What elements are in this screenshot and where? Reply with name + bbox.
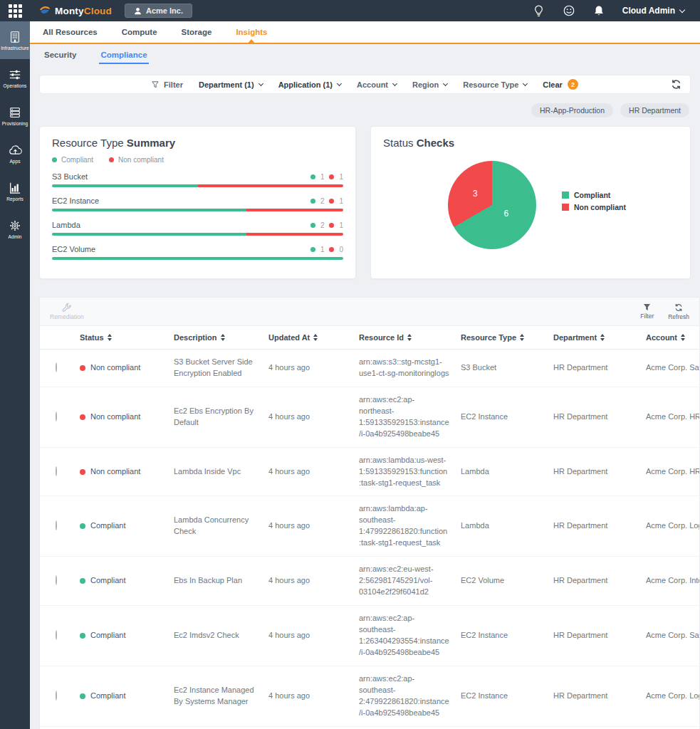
table-row[interactable]: Compliant Ec2 Imdsv2 Check 4 hours ago a… [40,606,700,666]
noncompliant-dot [329,223,334,228]
subtab-compliance[interactable]: Compliance [99,46,148,64]
pie-legend: Compliant Non compliant [562,191,626,211]
sidebar-item-infrastructure[interactable]: Infrastructure [0,21,30,59]
user-menu[interactable]: Cloud Admin [622,6,684,16]
row-radio-button[interactable] [56,466,57,476]
tag-hr-department[interactable]: HR Department [620,103,689,117]
table-row[interactable]: Compliant Ec2 Instance Managed By System… [40,666,700,727]
description-cell: S3 Bucket Server Side Encryption Enabled [168,350,263,387]
resource-id-cell: arn:aws:s3::stg-mcstg1-use1-ct-sg-monito… [353,350,455,387]
sidebar-item-apps[interactable]: Apps [0,135,30,172]
status-dot [80,633,85,639]
resource-type-cell: EC2 Volume [455,568,548,594]
tag-hr-app-production[interactable]: HR-App-Production [531,103,613,117]
row-radio-button[interactable] [56,630,57,640]
resource-id-cell: arn:aws:ec2:eu-west-2:562981745291/vol-0… [353,557,455,605]
tab-storage[interactable]: Storage [182,21,212,43]
apps-grid-icon[interactable] [0,4,30,18]
column-header-resource-type[interactable]: Resource Type [455,326,548,349]
montycloud-logo-icon [38,5,51,16]
dropdown-resource-type[interactable]: Resource Type [463,80,527,89]
noncompliant-legend-swatch [562,204,569,211]
feedback-smiley-icon[interactable] [563,4,575,17]
table-row[interactable]: Non compliant S3 Bucket Server Side Encr… [40,350,700,387]
tab-compute[interactable]: Compute [122,21,157,43]
table-refresh-label: Refresh [668,313,689,320]
table-toolbar: Remediation Filter Refresh [40,298,699,326]
filter-button[interactable]: Filter [152,80,183,89]
lightbulb-icon[interactable] [533,4,545,17]
dropdown-department[interactable]: Department (1) [199,80,263,89]
noncompliant-dot [109,157,114,162]
status-dot [80,523,85,529]
row-radio-button[interactable] [56,362,57,372]
row-radio-button[interactable] [56,575,57,585]
tab-insights[interactable]: Insights [236,21,267,43]
compliant-count: 2 [320,221,325,229]
row-radio-button[interactable] [56,691,57,701]
sidebar-item-provisioning[interactable]: Provisioning [0,97,30,135]
filter-label: Filter [164,80,183,89]
column-header-description[interactable]: Description [168,326,263,349]
account-cell: Acme Corp. HR De [640,459,700,485]
gear-icon [9,219,21,232]
table-row[interactable]: Compliant Ebs In Backup Plan 4 hours ago… [40,557,700,606]
sidebar-item-label: Admin [9,234,22,239]
resource-type-cell: EC2 Instance [455,404,548,430]
table-row[interactable]: Compliant Amazon S3 buckets have cross-r… [40,727,700,729]
brand-text: MontyCloud [55,6,112,16]
updated-at-cell: 4 hours ago [263,568,353,594]
notifications-bell-icon[interactable] [592,4,605,17]
table-row[interactable]: Non compliant Ec2 Ebs Encryption By Defa… [40,387,700,448]
clear-filters-button[interactable]: Clear2 [543,79,578,90]
sort-icon [108,334,112,341]
top-navbar: MontyCloud Acme Inc. Cloud Admin [0,0,700,21]
subtab-security[interactable]: Security [43,46,78,64]
column-header-resource-id[interactable]: Resource Id [353,326,455,349]
dropdown-account[interactable]: Account [357,80,397,89]
sidebar-item-label: Reports [6,196,23,201]
table-row[interactable]: Compliant Lambda Concurrency Check 4 hou… [40,496,700,557]
tenant-button[interactable]: Acme Inc. [125,4,192,18]
main-tabbar: All Resources Compute Storage Insights [30,21,700,44]
refresh-icon[interactable] [671,79,681,90]
dropdown-label: Region [412,80,439,89]
sidebar-item-reports[interactable]: Reports [0,172,30,210]
status-card-title: Status Checks [383,137,678,149]
resource-type-cell: EC2 Instance [455,683,548,709]
table-row[interactable]: Non compliant Lambda Inside Vpc 4 hours … [40,448,700,497]
filter-bar: Filter Department (1) Application (1) Ac… [39,75,691,94]
column-header-department[interactable]: Department [548,326,640,349]
dropdown-region[interactable]: Region [412,80,447,89]
column-header-account[interactable]: Account [640,326,700,349]
compliant-bar-segment [52,209,246,211]
description-cell: Ec2 Ebs Encryption By Default [168,399,263,436]
filter-funnel-icon [643,303,651,311]
refresh-icon [674,303,683,312]
column-header-updated-at[interactable]: Updated At [263,326,353,349]
table-refresh-button[interactable]: Refresh [668,303,689,320]
row-radio-button[interactable] [56,411,57,421]
remediation-button[interactable]: Remediation [50,303,84,320]
tab-all-resources[interactable]: All Resources [43,21,98,43]
table-filter-button[interactable]: Filter [640,303,654,320]
chevron-down-icon [523,81,528,86]
status-dot [80,469,85,475]
updated-at-cell: 4 hours ago [263,683,353,709]
dropdown-application[interactable]: Application (1) [278,80,341,89]
montycloud-logo[interactable]: MontyCloud [38,5,112,16]
row-radio-button[interactable] [56,520,57,530]
resource-type-summary-card: Resource Type Summary Compliant Non comp… [39,126,356,279]
compliant-legend-swatch [562,192,569,199]
sub-tabbar: Security Compliance [30,44,700,65]
sidebar-item-operations[interactable]: Operations [0,59,30,97]
select-column-header [40,330,74,345]
column-header-status[interactable]: Status [74,326,168,349]
sidebar-item-label: Infrastructure [1,46,29,51]
department-cell: HR Department [548,459,640,485]
updated-at-cell: 4 hours ago [263,623,353,649]
sidebar-item-admin[interactable]: Admin [0,210,30,248]
account-cell: Acme Corp. Sales [640,355,700,381]
status-pie[interactable]: 6 3 [448,161,536,249]
status-text: Compliant [90,575,126,587]
